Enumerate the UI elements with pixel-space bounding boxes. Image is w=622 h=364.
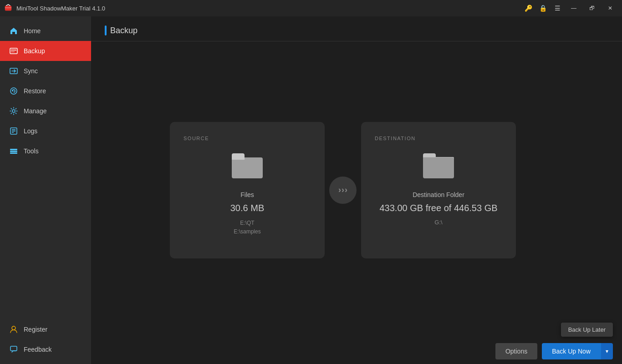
sidebar-label-manage: Manage — [24, 107, 47, 115]
sidebar-label-restore: Restore — [24, 87, 46, 95]
sidebar: Home Backup Sync — [0, 16, 91, 364]
key-icon-btn[interactable]: 🔑 — [522, 2, 535, 15]
page-title: Backup — [110, 26, 138, 35]
backup-now-button[interactable]: Back Up Now — [542, 343, 601, 359]
destination-folder-icon-container — [420, 150, 457, 182]
sidebar-item-restore[interactable]: Restore — [0, 81, 91, 101]
destination-type: Destination Folder — [413, 191, 464, 198]
footer: Back Up Later Options Back Up Now ▾ — [91, 339, 622, 364]
destination-folder-icon — [423, 153, 454, 178]
backup-icon — [9, 46, 18, 56]
source-card[interactable]: SOURCE Files 30.6 MB E:\QT E:\samples — [170, 122, 325, 258]
svg-rect-12 — [10, 149, 17, 150]
sidebar-label-feedback: Feedback — [24, 346, 51, 353]
destination-label: DESTINATION — [375, 136, 416, 141]
backup-area: SOURCE Files 30.6 MB E:\QT E:\samples › — [91, 41, 622, 339]
svg-point-6 — [10, 88, 17, 94]
menu-icon-btn[interactable]: ☰ — [551, 2, 564, 15]
sidebar-item-backup[interactable]: Backup — [0, 41, 91, 61]
restore-icon — [9, 86, 18, 96]
sidebar-bottom: Register Feedback — [0, 319, 91, 364]
sidebar-item-feedback[interactable]: Feedback — [0, 339, 91, 359]
titlebar-title: MiniTool ShadowMaker Trial 4.1.0 — [16, 5, 105, 12]
titlebar-controls: 🔑 🔒 ☰ — 🗗 ✕ — [522, 0, 618, 16]
content-area: Backup SOURCE Files 30.6 MB E:\QT E:\sam… — [91, 16, 622, 364]
register-icon — [9, 325, 18, 334]
chevron-right-icon: › — [338, 185, 341, 195]
sidebar-item-tools[interactable]: Tools — [0, 141, 91, 161]
arrow-circle: › › › — [329, 177, 357, 204]
folder-icon — [232, 153, 263, 178]
logs-icon — [9, 126, 18, 136]
sidebar-item-home[interactable]: Home — [0, 21, 91, 41]
chevron-down-icon: ▾ — [606, 348, 608, 354]
sidebar-label-tools: Tools — [24, 147, 39, 155]
main-layout: Home Backup Sync — [0, 16, 622, 364]
minimize-button[interactable]: — — [566, 0, 582, 16]
lock-icon-btn[interactable]: 🔒 — [536, 2, 549, 15]
svg-point-7 — [12, 110, 15, 112]
source-folder-icon — [229, 150, 265, 182]
titlebar: MiniTool ShadowMaker Trial 4.1.0 🔑 🔒 ☰ —… — [0, 0, 622, 16]
backup-now-group: Back Up Now ▾ — [542, 343, 613, 359]
titlebar-left: MiniTool ShadowMaker Trial 4.1.0 — [4, 4, 105, 13]
svg-rect-14 — [10, 152, 17, 154]
arrow-container: › › › — [325, 177, 361, 204]
source-size: 30.6 MB — [230, 203, 264, 213]
feedback-icon — [9, 345, 18, 354]
page-header-bar — [105, 25, 107, 35]
sidebar-label-logs: Logs — [24, 127, 37, 135]
source-label: SOURCE — [184, 136, 209, 141]
svg-rect-13 — [10, 151, 17, 152]
source-path-1: E:\QT — [240, 220, 254, 226]
folder-body — [423, 157, 454, 178]
sidebar-item-manage[interactable]: Manage — [0, 101, 91, 121]
tools-icon — [9, 147, 18, 156]
app-icon — [4, 4, 13, 13]
chevron-right-icon-2: › — [342, 185, 344, 195]
restore-button[interactable]: 🗗 — [584, 0, 600, 16]
manage-icon — [9, 106, 18, 116]
sidebar-item-register[interactable]: Register — [0, 319, 91, 339]
backup-now-dropdown-button[interactable]: ▾ — [601, 343, 613, 359]
svg-rect-4 — [11, 51, 15, 52]
sidebar-item-logs[interactable]: Logs — [0, 121, 91, 141]
svg-rect-2 — [10, 48, 17, 54]
source-type: Files — [240, 191, 254, 198]
backup-later-option[interactable]: Back Up Later — [561, 323, 613, 337]
svg-rect-1 — [5, 7, 11, 8]
sidebar-label-register: Register — [24, 326, 47, 333]
source-paths: E:\QT E:\samples — [234, 219, 260, 236]
chevron-right-icon-3: › — [345, 185, 347, 195]
destination-free: 433.00 GB free of 446.53 GB — [379, 203, 497, 213]
sidebar-label-home: Home — [24, 27, 41, 35]
svg-rect-15 — [10, 346, 17, 351]
destination-card[interactable]: DESTINATION Destination Folder 433.00 GB… — [361, 122, 516, 258]
source-path-2: E:\samples — [234, 228, 260, 235]
sync-icon — [9, 66, 18, 76]
sidebar-label-backup: Backup — [24, 47, 45, 55]
sidebar-item-sync[interactable]: Sync — [0, 61, 91, 81]
svg-rect-3 — [11, 50, 16, 51]
destination-drive: G:\ — [434, 219, 442, 226]
close-button[interactable]: ✕ — [602, 0, 618, 16]
home-icon — [9, 26, 18, 35]
options-button[interactable]: Options — [495, 343, 537, 359]
backup-cards: SOURCE Files 30.6 MB E:\QT E:\samples › — [170, 122, 543, 258]
page-header: Backup — [91, 16, 622, 41]
sidebar-label-sync: Sync — [24, 67, 38, 75]
